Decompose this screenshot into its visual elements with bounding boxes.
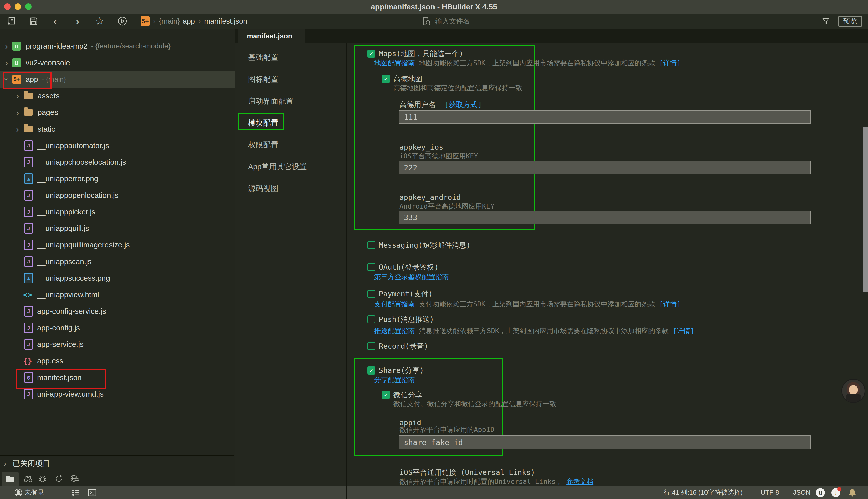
folder-icon	[24, 109, 33, 116]
tree-row-file[interactable]: {} app.css	[0, 353, 235, 369]
bookmark-star-icon[interactable]: ☆	[94, 14, 105, 28]
image-file-icon: ▲	[24, 273, 33, 283]
tree-row-file[interactable]: J __uniappquillimageresize.js	[0, 237, 235, 253]
navigate-back-icon[interactable]: ‹	[50, 14, 60, 28]
chevron-right-icon[interactable]: ›	[14, 108, 21, 117]
tree-item-label: __uniappchooselocation.js	[37, 158, 126, 167]
terminal-icon[interactable]	[88, 486, 96, 499]
chevron-right-icon[interactable]: ›	[3, 42, 10, 50]
amap-checkbox-checked[interactable]: ✓	[382, 75, 390, 83]
globe-cloud-icon[interactable]	[70, 475, 79, 484]
tree-row-file[interactable]: J __uniapppicker.js	[0, 204, 235, 220]
oauth-guide-row: 第三方登录鉴权配置指南	[374, 273, 449, 281]
nav-item-app-other-settings[interactable]: App常用其它设置	[248, 162, 307, 172]
tree-row-file[interactable]: J app-config.js	[0, 319, 235, 336]
tree-row-file[interactable]: ▲ __uniapperror.png	[0, 170, 235, 187]
maps-guide-link[interactable]: 地图配置指南	[374, 59, 415, 67]
save-icon[interactable]	[29, 14, 39, 28]
tree-row-project[interactable]: › u program-idea-mp2 - {feature/search-m…	[0, 38, 235, 54]
payment-checkbox-unchecked[interactable]	[367, 290, 375, 298]
wx-appid-input[interactable]	[399, 436, 811, 449]
breadcrumb-branch[interactable]: {main}	[159, 17, 180, 25]
user-person-icon[interactable]	[14, 486, 23, 499]
messaging-checkbox-unchecked[interactable]	[367, 241, 375, 249]
js-file-icon: J	[24, 223, 33, 234]
amap-user-howto-link[interactable]: [获取方式]	[444, 100, 482, 109]
appkey-ios-input[interactable]	[399, 161, 811, 174]
search-binoculars-icon[interactable]	[24, 475, 33, 484]
tree-row-file[interactable]: J app-config-service.js	[0, 303, 235, 319]
manifest-config-nav: 基础配置 图标配置 启动界面配置 模块配置 权限配置 App常用其它设置 源码视…	[235, 43, 346, 499]
tree-row-file[interactable]: J __uniappscan.js	[0, 253, 235, 270]
payment-label: Payment(支付)	[379, 290, 433, 298]
record-label: Record(录音)	[379, 342, 429, 350]
tree-row-folder[interactable]: › assets	[0, 88, 235, 104]
wxshare-checkbox-checked[interactable]: ✓	[382, 391, 390, 399]
uniapp-project-icon: u	[12, 58, 21, 67]
push-detail-link[interactable]: [详情]	[673, 327, 695, 334]
nav-item-icon-config[interactable]: 图标配置	[248, 74, 278, 85]
push-checkbox-unchecked[interactable]	[367, 315, 375, 323]
annotation-red-box-manifest	[16, 369, 106, 389]
chevron-right-icon[interactable]: ›	[14, 92, 21, 100]
tree-row-folder[interactable]: › pages	[0, 104, 235, 121]
universal-links-doc-link[interactable]: 参考文档	[566, 478, 593, 485]
vertical-scrollbar-thumb[interactable]	[864, 127, 868, 292]
preview-button[interactable]: 预览	[839, 16, 862, 27]
oauth-checkbox-unchecked[interactable]	[367, 263, 375, 271]
amap-user-input[interactable]	[399, 110, 811, 124]
breadcrumb-project[interactable]: app	[183, 17, 195, 25]
search-input[interactable]	[434, 17, 782, 25]
annotation-green-box-module-config	[238, 113, 284, 130]
chevron-right-icon[interactable]: ›	[14, 125, 21, 133]
oauth-guide-link[interactable]: 第三方登录鉴权配置指南	[374, 273, 449, 281]
maps-detail-link[interactable]: [详情]	[659, 59, 681, 67]
outline-list-icon[interactable]	[72, 486, 80, 499]
js-file-icon: J	[24, 140, 33, 151]
tree-item-branch: - {feature/search-module}	[91, 42, 170, 50]
breadcrumb: 5+ › {main} app › manifest.json	[141, 14, 247, 28]
debug-bug-icon[interactable]	[38, 475, 47, 484]
sync-refresh-icon[interactable]	[54, 475, 63, 484]
record-checkbox-unchecked[interactable]	[367, 342, 375, 350]
breadcrumb-separator: ›	[198, 17, 201, 25]
run-icon[interactable]	[117, 14, 128, 28]
tree-row-folder[interactable]: › static	[0, 121, 235, 137]
assistant-avatar[interactable]	[841, 379, 866, 403]
breadcrumb-file[interactable]: manifest.json	[204, 17, 247, 25]
nav-item-permission-config[interactable]: 权限配置	[248, 140, 278, 150]
share-guide-link[interactable]: 分享配置指南	[374, 376, 415, 384]
wx-appid-note: 微信开放平台申请应用的AppID	[399, 426, 494, 434]
amap-user-row: 高德用户名 [获取方式]	[399, 101, 482, 108]
closed-projects-section[interactable]: › 已关闭项目	[0, 455, 234, 471]
tree-row-file[interactable]: <> __uniappview.html	[0, 287, 235, 303]
tree-item-label: __uniapperror.png	[37, 174, 98, 183]
navigate-forward-icon[interactable]: ›	[72, 14, 82, 28]
tab-manifest-json[interactable]: manifest.json	[238, 29, 305, 43]
files-folder-icon[interactable]	[5, 475, 14, 483]
maps-checkbox-checked[interactable]: ✓	[367, 50, 375, 58]
chevron-right-icon[interactable]: ›	[3, 59, 10, 67]
uniapp-project-icon: u	[12, 42, 21, 51]
push-guide-link[interactable]: 推送配置指南	[374, 327, 415, 334]
nav-item-source-view[interactable]: 源码视图	[248, 183, 278, 194]
tree-row-file[interactable]: J __uniappquill.js	[0, 220, 235, 237]
share-checkbox-checked[interactable]: ✓	[367, 366, 375, 375]
tree-row-file[interactable]: J __uniappopenlocation.js	[0, 187, 235, 204]
login-status-label[interactable]: 未登录	[25, 486, 44, 499]
annotation-red-box-app-project	[3, 72, 52, 89]
tree-row-project[interactable]: › u vu2-vconsole	[0, 54, 235, 71]
tree-row-file[interactable]: ▲ __uniappsuccess.png	[0, 270, 235, 287]
new-project-icon[interactable]	[6, 14, 16, 28]
tree-row-file[interactable]: J app-service.js	[0, 336, 235, 353]
payment-detail-link[interactable]: [详情]	[659, 300, 681, 308]
payment-guide-link[interactable]: 支付配置指南	[374, 300, 415, 308]
filter-funnel-icon[interactable]	[821, 14, 831, 28]
nav-item-launch-screen-config[interactable]: 启动界面配置	[248, 96, 293, 107]
tree-row-file[interactable]: J __uniappautomator.js	[0, 137, 235, 154]
push-guide-row: 推送配置指南 消息推送功能依赖三方SDK，上架到国内应用市场需要在隐私协议中添加…	[374, 327, 695, 334]
chevron-right-icon[interactable]: ›	[3, 459, 6, 468]
nav-item-basic-config[interactable]: 基础配置	[248, 52, 278, 63]
tree-row-file[interactable]: J __uniappchooselocation.js	[0, 154, 235, 170]
appkey-android-input[interactable]	[399, 210, 811, 224]
